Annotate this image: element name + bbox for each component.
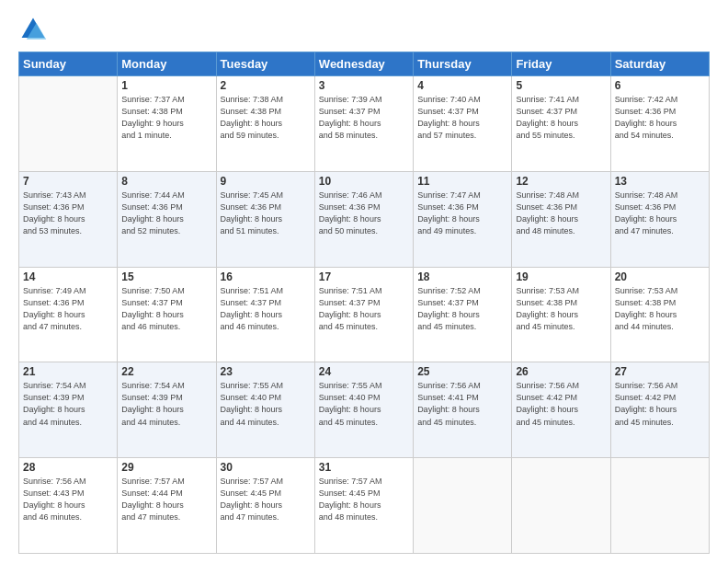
- calendar-day-cell: 25Sunrise: 7:56 AM Sunset: 4:41 PM Dayli…: [414, 362, 512, 458]
- day-info: Sunrise: 7:48 AM Sunset: 4:36 PM Dayligh…: [615, 190, 705, 237]
- day-info: Sunrise: 7:43 AM Sunset: 4:36 PM Dayligh…: [23, 190, 113, 237]
- day-number: 8: [121, 175, 211, 188]
- calendar-header-row: SundayMondayTuesdayWednesdayThursdayFrid…: [19, 52, 710, 76]
- day-info: Sunrise: 7:46 AM Sunset: 4:36 PM Dayligh…: [319, 190, 409, 237]
- day-info: Sunrise: 7:54 AM Sunset: 4:39 PM Dayligh…: [121, 380, 211, 428]
- day-number: 20: [615, 270, 705, 283]
- calendar-day-cell: 3Sunrise: 7:39 AM Sunset: 4:37 PM Daylig…: [314, 76, 413, 172]
- day-info: Sunrise: 7:42 AM Sunset: 4:36 PM Dayligh…: [615, 94, 705, 142]
- day-number: 11: [417, 175, 507, 188]
- day-info: Sunrise: 7:45 AM Sunset: 4:36 PM Dayligh…: [221, 190, 311, 237]
- calendar-week-row: 14Sunrise: 7:49 AM Sunset: 4:36 PM Dayli…: [19, 267, 710, 362]
- day-number: 17: [319, 270, 409, 283]
- calendar-week-row: 1Sunrise: 7:37 AM Sunset: 4:38 PM Daylig…: [19, 76, 710, 172]
- day-info: Sunrise: 7:37 AM Sunset: 4:38 PM Dayligh…: [121, 94, 211, 142]
- day-number: 16: [221, 270, 311, 283]
- day-info: Sunrise: 7:56 AM Sunset: 4:42 PM Dayligh…: [615, 380, 705, 428]
- day-number: 26: [516, 365, 606, 378]
- day-info: Sunrise: 7:53 AM Sunset: 4:38 PM Dayligh…: [615, 285, 705, 333]
- day-number: 19: [516, 270, 606, 283]
- calendar-day-cell: 14Sunrise: 7:49 AM Sunset: 4:36 PM Dayli…: [19, 267, 118, 362]
- calendar-day-cell: 2Sunrise: 7:38 AM Sunset: 4:38 PM Daylig…: [216, 76, 314, 172]
- calendar-day-cell: [19, 76, 118, 172]
- calendar-day-cell: 12Sunrise: 7:48 AM Sunset: 4:36 PM Dayli…: [512, 171, 610, 267]
- day-number: 2: [221, 79, 311, 92]
- day-info: Sunrise: 7:56 AM Sunset: 4:41 PM Dayligh…: [417, 380, 507, 428]
- day-number: 28: [23, 461, 113, 474]
- day-info: Sunrise: 7:44 AM Sunset: 4:36 PM Dayligh…: [121, 190, 211, 237]
- weekday-header: Sunday: [19, 52, 118, 76]
- day-number: 3: [319, 79, 409, 92]
- day-number: 18: [417, 270, 507, 283]
- day-number: 5: [516, 79, 606, 92]
- calendar-day-cell: 27Sunrise: 7:56 AM Sunset: 4:42 PM Dayli…: [610, 362, 709, 458]
- day-info: Sunrise: 7:47 AM Sunset: 4:36 PM Dayligh…: [417, 190, 507, 237]
- day-info: Sunrise: 7:41 AM Sunset: 4:37 PM Dayligh…: [516, 94, 606, 142]
- day-number: 13: [615, 175, 705, 188]
- calendar-week-row: 21Sunrise: 7:54 AM Sunset: 4:39 PM Dayli…: [19, 362, 710, 458]
- calendar-day-cell: [512, 458, 610, 554]
- day-number: 1: [121, 79, 211, 92]
- header: [18, 15, 710, 44]
- day-number: 15: [121, 270, 211, 283]
- calendar-day-cell: 7Sunrise: 7:43 AM Sunset: 4:36 PM Daylig…: [19, 171, 118, 267]
- day-info: Sunrise: 7:54 AM Sunset: 4:39 PM Dayligh…: [23, 380, 113, 428]
- day-info: Sunrise: 7:48 AM Sunset: 4:36 PM Dayligh…: [516, 190, 606, 237]
- calendar-day-cell: 30Sunrise: 7:57 AM Sunset: 4:45 PM Dayli…: [216, 458, 314, 554]
- day-number: 22: [121, 365, 211, 378]
- weekday-header: Wednesday: [314, 52, 413, 76]
- calendar-day-cell: 31Sunrise: 7:57 AM Sunset: 4:45 PM Dayli…: [314, 458, 413, 554]
- calendar-day-cell: 28Sunrise: 7:56 AM Sunset: 4:43 PM Dayli…: [19, 458, 118, 554]
- day-info: Sunrise: 7:49 AM Sunset: 4:36 PM Dayligh…: [23, 285, 113, 333]
- calendar-day-cell: 29Sunrise: 7:57 AM Sunset: 4:44 PM Dayli…: [118, 458, 216, 554]
- calendar-day-cell: 1Sunrise: 7:37 AM Sunset: 4:38 PM Daylig…: [118, 76, 216, 172]
- calendar-day-cell: 4Sunrise: 7:40 AM Sunset: 4:37 PM Daylig…: [414, 76, 512, 172]
- weekday-header: Monday: [118, 52, 216, 76]
- calendar-day-cell: 8Sunrise: 7:44 AM Sunset: 4:36 PM Daylig…: [118, 171, 216, 267]
- day-number: 9: [221, 175, 311, 188]
- calendar-day-cell: 9Sunrise: 7:45 AM Sunset: 4:36 PM Daylig…: [216, 171, 314, 267]
- day-info: Sunrise: 7:51 AM Sunset: 4:37 PM Dayligh…: [319, 285, 409, 333]
- day-number: 10: [319, 175, 409, 188]
- page: SundayMondayTuesdayWednesdayThursdayFrid…: [0, 0, 728, 563]
- calendar-day-cell: 11Sunrise: 7:47 AM Sunset: 4:36 PM Dayli…: [414, 171, 512, 267]
- calendar-day-cell: 22Sunrise: 7:54 AM Sunset: 4:39 PM Dayli…: [118, 362, 216, 458]
- day-number: 31: [319, 461, 409, 474]
- calendar-day-cell: [414, 458, 512, 554]
- weekday-header: Tuesday: [216, 52, 314, 76]
- day-number: 7: [23, 175, 113, 188]
- day-number: 21: [23, 365, 113, 378]
- logo-icon: [18, 15, 48, 44]
- day-number: 27: [615, 365, 705, 378]
- calendar-table: SundayMondayTuesdayWednesdayThursdayFrid…: [18, 52, 710, 554]
- day-info: Sunrise: 7:51 AM Sunset: 4:37 PM Dayligh…: [221, 285, 311, 333]
- day-info: Sunrise: 7:40 AM Sunset: 4:37 PM Dayligh…: [417, 94, 507, 142]
- day-info: Sunrise: 7:50 AM Sunset: 4:37 PM Dayligh…: [121, 285, 211, 333]
- day-number: 4: [417, 79, 507, 92]
- calendar-day-cell: 5Sunrise: 7:41 AM Sunset: 4:37 PM Daylig…: [512, 76, 610, 172]
- calendar-day-cell: 13Sunrise: 7:48 AM Sunset: 4:36 PM Dayli…: [610, 171, 709, 267]
- calendar-day-cell: 15Sunrise: 7:50 AM Sunset: 4:37 PM Dayli…: [118, 267, 216, 362]
- calendar-day-cell: [610, 458, 709, 554]
- calendar-day-cell: 17Sunrise: 7:51 AM Sunset: 4:37 PM Dayli…: [314, 267, 413, 362]
- calendar-day-cell: 19Sunrise: 7:53 AM Sunset: 4:38 PM Dayli…: [512, 267, 610, 362]
- day-number: 6: [615, 79, 705, 92]
- day-number: 29: [121, 461, 211, 474]
- weekday-header: Saturday: [610, 52, 709, 76]
- day-number: 30: [221, 461, 311, 474]
- calendar-day-cell: 26Sunrise: 7:56 AM Sunset: 4:42 PM Dayli…: [512, 362, 610, 458]
- day-info: Sunrise: 7:57 AM Sunset: 4:45 PM Dayligh…: [319, 476, 409, 523]
- day-number: 14: [23, 270, 113, 283]
- calendar-day-cell: 20Sunrise: 7:53 AM Sunset: 4:38 PM Dayli…: [610, 267, 709, 362]
- day-info: Sunrise: 7:52 AM Sunset: 4:37 PM Dayligh…: [417, 285, 507, 333]
- calendar-week-row: 7Sunrise: 7:43 AM Sunset: 4:36 PM Daylig…: [19, 171, 710, 267]
- day-info: Sunrise: 7:53 AM Sunset: 4:38 PM Dayligh…: [516, 285, 606, 333]
- calendar-day-cell: 6Sunrise: 7:42 AM Sunset: 4:36 PM Daylig…: [610, 76, 709, 172]
- day-info: Sunrise: 7:38 AM Sunset: 4:38 PM Dayligh…: [221, 94, 311, 142]
- day-info: Sunrise: 7:56 AM Sunset: 4:42 PM Dayligh…: [516, 380, 606, 428]
- day-number: 24: [319, 365, 409, 378]
- day-info: Sunrise: 7:57 AM Sunset: 4:44 PM Dayligh…: [121, 476, 211, 523]
- day-info: Sunrise: 7:55 AM Sunset: 4:40 PM Dayligh…: [319, 380, 409, 428]
- day-number: 25: [417, 365, 507, 378]
- calendar-day-cell: 16Sunrise: 7:51 AM Sunset: 4:37 PM Dayli…: [216, 267, 314, 362]
